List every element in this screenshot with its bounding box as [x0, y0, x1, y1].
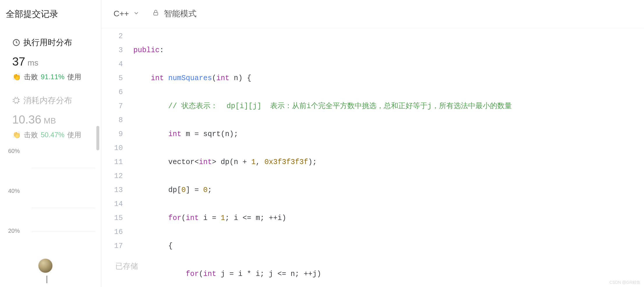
clock-icon [12, 38, 20, 47]
runtime-value-row: 37ms [12, 55, 95, 68]
memory-value: 10.36 [12, 113, 41, 126]
clap-icon: 👏 [12, 73, 21, 81]
mode-label: 智能模式 [164, 8, 197, 19]
line-num: 9 [101, 127, 123, 141]
line-num: 16 [101, 225, 123, 239]
code-body[interactable]: public: int numSquares(int n) { // 状态表示：… [133, 29, 644, 287]
saved-status: 已存储 [101, 253, 138, 277]
chevron-down-icon [133, 9, 139, 18]
avatar[interactable] [38, 258, 53, 273]
line-num: 11 [101, 155, 123, 169]
runtime-label: 执行用时分布 [23, 37, 72, 48]
memory-value-row: 10.36MB [12, 113, 95, 126]
line-num: 15 [101, 211, 123, 225]
chart-marker [47, 276, 47, 283]
beats-suffix: 使用 [67, 72, 81, 82]
memory-beats-percent: 50.47% [41, 131, 64, 139]
watermark: CSDN @GR鲸鱼 [609, 280, 641, 285]
mode-indicator[interactable]: 智能模式 [152, 8, 197, 19]
y-tick-60: 60% [8, 148, 20, 154]
runtime-title: 执行用时分布 [12, 37, 95, 48]
y-tick-40: 40% [8, 188, 20, 194]
language-label: C++ [114, 9, 129, 18]
line-num: 6 [101, 85, 123, 99]
language-selector[interactable]: C++ [114, 9, 139, 18]
chart-area: 60% 40% 20% [0, 145, 101, 234]
svg-rect-2 [154, 13, 158, 15]
beats-prefix: 击败 [24, 72, 38, 82]
runtime-beats-percent: 91.11% [41, 73, 64, 81]
line-num: 3 [101, 43, 123, 57]
runtime-beats: 👏 击败 91.11% 使用 [12, 72, 95, 82]
line-num: 17 [101, 239, 123, 253]
scrollbar[interactable] [96, 126, 99, 150]
runtime-unit: ms [28, 58, 38, 67]
line-num: 14 [101, 197, 123, 211]
line-gutter: 2 3 4 5 6 7 8 9 10 11 12 13 14 15 16 17 [101, 29, 133, 287]
toolbar: C++ 智能模式 [101, 0, 644, 28]
sidebar: 全部提交记录 执行用时分布 37ms 👏 击败 91.11% 使用 [0, 0, 101, 287]
content-area: C++ 智能模式 2 3 4 5 6 7 8 9 [101, 0, 644, 287]
lock-icon [152, 9, 159, 18]
memory-beats: 👏 击败 50.47% 使用 [12, 130, 95, 140]
sidebar-title[interactable]: 全部提交记录 [0, 0, 101, 29]
clap-icon: 👏 [12, 131, 21, 139]
memory-section: 消耗内存分布 10.36MB 👏 击败 50.47% 使用 [0, 87, 101, 145]
code-editor[interactable]: 2 3 4 5 6 7 8 9 10 11 12 13 14 15 16 17 … [101, 28, 644, 287]
runtime-section: 执行用时分布 37ms 👏 击败 91.11% 使用 [0, 29, 101, 87]
memory-title: 消耗内存分布 [12, 95, 95, 106]
svg-rect-1 [14, 98, 18, 103]
line-num: 2 [101, 29, 123, 43]
line-num: 5 [101, 71, 123, 85]
chip-icon [12, 96, 20, 105]
beats-suffix-m: 使用 [67, 130, 81, 140]
line-num: 12 [101, 169, 123, 183]
line-num: 4 [101, 57, 123, 71]
runtime-value: 37 [12, 55, 25, 68]
line-num: 13 [101, 183, 123, 197]
line-num: 10 [101, 141, 123, 155]
beats-prefix-m: 击败 [24, 130, 38, 140]
y-tick-20: 20% [8, 228, 20, 234]
line-num: 8 [101, 113, 123, 127]
line-num: 7 [101, 99, 123, 113]
memory-label: 消耗内存分布 [23, 95, 72, 106]
memory-unit: MB [44, 116, 56, 125]
